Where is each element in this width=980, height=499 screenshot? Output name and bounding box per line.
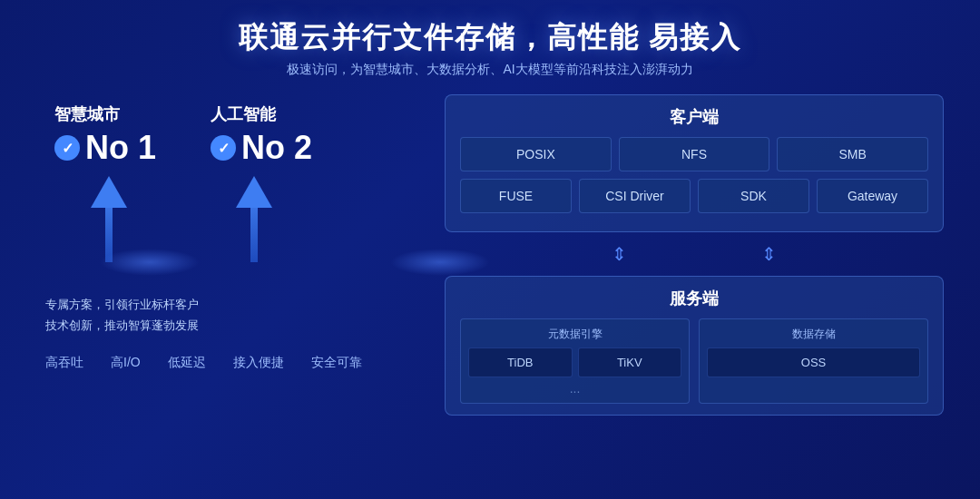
- feature-io: 高I/O: [111, 355, 141, 371]
- cell-tikv: TiKV: [578, 347, 682, 377]
- right-panel: 客户端 POSIX NFS SMB FUSE CSI Driver SDK Ga…: [445, 94, 944, 481]
- main-title: 联通云并行文件存储，高性能 易接入: [36, 18, 944, 58]
- arrow-icon-1: ⇕: [612, 243, 627, 265]
- double-arrow-1: ⇕: [612, 243, 627, 265]
- storage-title: 数据存储: [707, 327, 920, 342]
- storage-section: 数据存储 OSS: [699, 318, 928, 404]
- cell-csi-driver: CSI Driver: [579, 179, 691, 213]
- badge-smart-city-number: ✓ No 1: [54, 129, 156, 167]
- cell-posix: POSIX: [460, 137, 612, 171]
- double-arrow-2: ⇕: [761, 243, 777, 265]
- arrow-up-2: [236, 176, 272, 208]
- glow-1: [100, 249, 200, 276]
- cell-oss: OSS: [707, 347, 920, 377]
- cell-fuse: FUSE: [460, 179, 572, 213]
- cell-sdk: SDK: [698, 179, 809, 213]
- client-box-title: 客户端: [460, 106, 928, 128]
- desc-line2: 技术创新，推动智算蓬勃发展: [45, 315, 417, 336]
- feature-throughput: 高吞吐: [45, 355, 83, 371]
- dots-1: ...: [468, 381, 681, 396]
- server-box: 服务端 元数据引擎 TiDB TiKV ... 数据存储: [445, 276, 944, 416]
- arrow-group-2: [236, 176, 272, 262]
- server-inner-grid: 元数据引擎 TiDB TiKV ... 数据存储 OSS: [460, 318, 928, 404]
- server-box-title: 服务端: [460, 288, 928, 309]
- metadata-section: 元数据引擎 TiDB TiKV ...: [460, 318, 690, 404]
- left-panel: 智慧城市 ✓ No 1 人工智能 ✓ No 2: [36, 94, 417, 481]
- badges-row: 智慧城市 ✓ No 1 人工智能 ✓ No 2: [54, 103, 417, 167]
- bottom-features: 高吞吐 高I/O 低延迟 接入便捷 安全可靠: [45, 355, 417, 371]
- cell-tidb: TiDB: [468, 347, 573, 377]
- client-row1: POSIX NFS SMB: [460, 137, 928, 171]
- badge-smart-city-label: 智慧城市: [54, 103, 120, 125]
- content-area: 智慧城市 ✓ No 1 人工智能 ✓ No 2: [36, 94, 944, 481]
- cell-smb: SMB: [777, 137, 928, 171]
- feature-latency: 低延迟: [168, 355, 206, 371]
- subtitle: 极速访问，为智慧城市、大数据分析、AI大模型等前沿科技注入澎湃动力: [36, 62, 944, 78]
- arrows-area: [36, 176, 417, 285]
- desc-line1: 专属方案，引领行业标杆客户: [45, 294, 417, 315]
- feature-security: 安全可靠: [311, 355, 362, 371]
- badge-ai-label: 人工智能: [211, 103, 276, 125]
- arrow-group-1: [91, 176, 127, 262]
- badge-smart-city: 智慧城市 ✓ No 1: [54, 103, 156, 167]
- check-icon-1: ✓: [54, 135, 80, 161]
- badge-ai: 人工智能 ✓ No 2: [211, 103, 312, 167]
- client-row2: FUSE CSI Driver SDK Gateway: [460, 179, 928, 213]
- storage-cells: OSS: [707, 347, 920, 377]
- feature-access: 接入便捷: [233, 355, 284, 371]
- badge-ai-number: ✓ No 2: [211, 129, 312, 167]
- middle-arrows: ⇕ ⇕: [445, 243, 944, 265]
- cell-gateway: Gateway: [817, 179, 928, 213]
- check-icon-2: ✓: [211, 135, 236, 161]
- metadata-title: 元数据引擎: [468, 327, 681, 342]
- header: 联通云并行文件存储，高性能 易接入 极速访问，为智慧城市、大数据分析、AI大模型…: [36, 18, 944, 78]
- client-box: 客户端 POSIX NFS SMB FUSE CSI Driver SDK Ga…: [445, 94, 944, 232]
- metadata-cells: TiDB TiKV: [468, 347, 681, 377]
- arrow-up-1: [91, 176, 127, 208]
- glow-2: [390, 249, 490, 276]
- cell-nfs: NFS: [619, 137, 770, 171]
- description-text: 专属方案，引领行业标杆客户 技术创新，推动智算蓬勃发展: [45, 294, 417, 337]
- arrow-shaft-2: [250, 208, 258, 262]
- arrow-icon-2: ⇕: [761, 243, 777, 265]
- main-container: 联通云并行文件存储，高性能 易接入 极速访问，为智慧城市、大数据分析、AI大模型…: [0, 0, 980, 499]
